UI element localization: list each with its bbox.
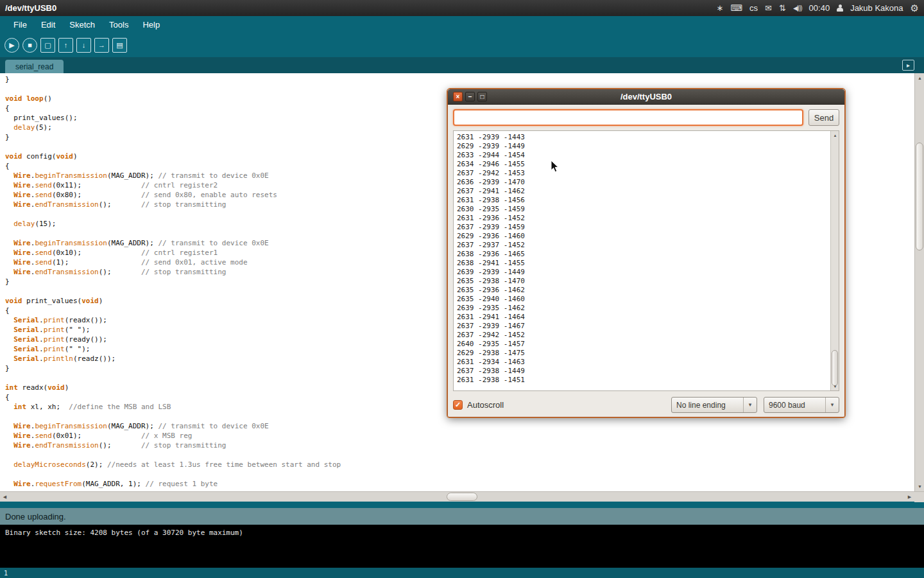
keyboard-icon[interactable]: ⌨ bbox=[730, 3, 742, 13]
gear-icon[interactable]: ⚙ bbox=[911, 3, 919, 14]
serial-monitor-button[interactable]: ▤ bbox=[112, 38, 127, 53]
serial-line: 2629 -2938 -1475 bbox=[457, 349, 830, 358]
sync-arrows-icon[interactable]: ⇅ bbox=[779, 3, 786, 13]
menubar: FileEditSketchToolsHelp bbox=[0, 16, 924, 33]
serial-line: 2637 -2937 -1452 bbox=[457, 241, 830, 250]
close-icon: × bbox=[456, 94, 460, 100]
line-number-strip: 1 bbox=[0, 568, 924, 578]
maximize-icon: □ bbox=[480, 94, 484, 100]
code-line: Wire.endTransmission(); // stop transmit… bbox=[5, 441, 914, 450]
editor-hscroll-thumb[interactable] bbox=[447, 493, 477, 501]
check-icon: ✓ bbox=[455, 401, 461, 408]
line-ending-value: No line ending bbox=[672, 398, 743, 412]
serial-send-input[interactable] bbox=[453, 109, 803, 126]
status-message: Done uploading. bbox=[5, 512, 66, 521]
new-sketch-button[interactable]: ▢ bbox=[40, 38, 55, 53]
tab-serial-read[interactable]: serial_read bbox=[5, 60, 64, 73]
scroll-up-icon[interactable]: ▲ bbox=[915, 73, 924, 83]
serial-line: 2637 -2939 -1467 bbox=[457, 322, 830, 331]
line-ending-select[interactable]: No line ending ▾ bbox=[671, 397, 757, 413]
serial-line: 2637 -2942 -1452 bbox=[457, 331, 830, 340]
serial-scroll-up-icon[interactable]: ▲ bbox=[831, 131, 839, 139]
editor-status-gap bbox=[0, 502, 924, 508]
save-sketch-button[interactable]: ↓ bbox=[76, 38, 91, 53]
scroll-left-icon[interactable]: ◀ bbox=[0, 492, 10, 502]
tab-menu-button[interactable]: ▸ bbox=[902, 60, 914, 71]
window-controls: × – □ bbox=[453, 92, 487, 101]
serial-line: 2629 -2936 -1460 bbox=[457, 232, 830, 241]
save-sketch-icon: ↓ bbox=[82, 42, 86, 49]
editor-vscroll-thumb[interactable] bbox=[916, 143, 923, 250]
serial-line: 2631 -2934 -1463 bbox=[457, 358, 830, 367]
menu-item-sketch[interactable]: Sketch bbox=[62, 17, 102, 32]
serial-line: 2637 -2941 -1462 bbox=[457, 187, 830, 196]
serial-line: 2635 -2936 -1462 bbox=[457, 286, 830, 295]
serial-line: 2638 -2941 -1455 bbox=[457, 259, 830, 268]
send-button[interactable]: Send bbox=[809, 109, 839, 126]
editor-horizontal-scrollbar[interactable]: ◀ ▶ bbox=[0, 491, 924, 502]
serial-monitor-titlebar[interactable]: × – □ /dev/ttyUSB0 bbox=[448, 89, 844, 105]
menu-item-help[interactable]: Help bbox=[135, 17, 167, 32]
serial-scroll-down-icon[interactable]: ▼ bbox=[831, 382, 839, 390]
active-window-title: /dev/ttyUSB0 bbox=[5, 3, 56, 13]
serial-monitor-window: × – □ /dev/ttyUSB0 Send 2631 -2939 -1443… bbox=[447, 89, 845, 417]
system-tray: ∗ ⌨ cs ✉ ⇅ ◀))) 00:40 Jakub Kakona ⚙ bbox=[716, 3, 919, 14]
toolbar: ▶■▢↑↓→▤ bbox=[0, 33, 924, 57]
serial-line: 2637 -2939 -1459 bbox=[457, 223, 830, 232]
serial-scrollbar[interactable]: ▲ ▼ bbox=[830, 131, 839, 390]
minimize-button[interactable]: – bbox=[465, 92, 475, 101]
editor-vertical-scrollbar[interactable]: ▲ ▼ bbox=[914, 73, 924, 491]
console-line: Binary sketch size: 4208 bytes (of a 307… bbox=[5, 528, 919, 538]
code-line: } bbox=[5, 74, 914, 84]
code-line bbox=[5, 469, 914, 479]
maximize-button[interactable]: □ bbox=[477, 92, 487, 101]
chevron-down-icon[interactable]: ▾ bbox=[743, 398, 757, 412]
scroll-down-icon[interactable]: ▼ bbox=[915, 482, 924, 491]
baud-rate-select[interactable]: 9600 baud ▾ bbox=[764, 397, 839, 413]
menu-item-tools[interactable]: Tools bbox=[102, 17, 135, 32]
verify-icon: ▶ bbox=[9, 42, 14, 49]
serial-line: 2631 -2938 -1451 bbox=[457, 376, 830, 385]
baud-rate-value: 9600 baud bbox=[764, 398, 825, 412]
close-button[interactable]: × bbox=[453, 92, 463, 101]
serial-line: 2637 -2942 -1453 bbox=[457, 169, 830, 178]
stop-button[interactable]: ■ bbox=[22, 38, 37, 53]
open-sketch-button[interactable]: ↑ bbox=[58, 38, 73, 53]
verify-button[interactable]: ▶ bbox=[4, 38, 19, 53]
serial-line: 2638 -2936 -1465 bbox=[457, 250, 830, 259]
serial-line: 2635 -2940 -1460 bbox=[457, 295, 830, 304]
stop-icon: ■ bbox=[28, 42, 32, 49]
serial-line: 2639 -2939 -1449 bbox=[457, 268, 830, 277]
tab-menu-icon: ▸ bbox=[907, 62, 910, 69]
serial-data-panel: 2631 -2939 -14432629 -2939 -14492633 -29… bbox=[453, 130, 839, 391]
scrollbar-corner bbox=[914, 492, 924, 502]
clock[interactable]: 00:40 bbox=[809, 3, 830, 13]
status-bar: Done uploading. bbox=[0, 508, 924, 525]
indicator-icon[interactable]: ∗ bbox=[716, 3, 723, 13]
autoscroll-label: Autoscroll bbox=[467, 400, 504, 410]
serial-line: 2633 -2944 -1454 bbox=[457, 151, 830, 160]
chevron-down-icon[interactable]: ▾ bbox=[825, 398, 839, 412]
volume-icon[interactable]: ◀))) bbox=[793, 4, 802, 12]
serial-line: 2630 -2935 -1459 bbox=[457, 205, 830, 214]
current-line-number: 1 bbox=[4, 570, 8, 577]
serial-scroll-thumb[interactable] bbox=[832, 350, 838, 386]
serial-line: 2640 -2935 -1457 bbox=[457, 340, 830, 349]
open-sketch-icon: ↑ bbox=[64, 42, 68, 49]
minimize-icon: – bbox=[468, 94, 472, 100]
tab-bar: serial_read ▸ bbox=[0, 57, 924, 73]
serial-output[interactable]: 2631 -2939 -14432629 -2939 -14492633 -29… bbox=[454, 131, 830, 390]
user-icon bbox=[837, 4, 843, 12]
menu-item-file[interactable]: File bbox=[6, 17, 34, 32]
keyboard-layout-label[interactable]: cs bbox=[749, 3, 758, 13]
mail-icon[interactable]: ✉ bbox=[765, 3, 772, 13]
serial-line: 2631 -2939 -1443 bbox=[457, 133, 830, 142]
menu-item-edit[interactable]: Edit bbox=[34, 17, 62, 32]
upload-button[interactable]: → bbox=[94, 38, 109, 53]
autoscroll-checkbox[interactable]: ✓ bbox=[453, 400, 463, 410]
serial-line: 2631 -2941 -1464 bbox=[457, 313, 830, 322]
new-sketch-icon: ▢ bbox=[44, 42, 51, 49]
user-name[interactable]: Jakub Kakona bbox=[850, 3, 903, 13]
serial-line: 2631 -2938 -1456 bbox=[457, 196, 830, 205]
scroll-right-icon[interactable]: ▶ bbox=[905, 492, 914, 502]
